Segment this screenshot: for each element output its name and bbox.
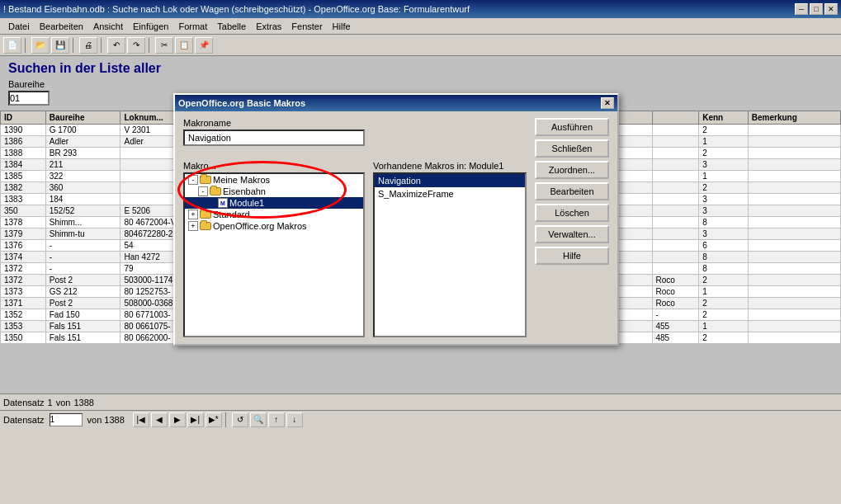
paste-button[interactable]: 📌 — [195, 37, 213, 54]
title-bar: ! Bestand Eisenbahn.odb : Suche nach Lok… — [0, 0, 841, 18]
toolbar-separator-3 — [101, 38, 104, 53]
von-label: von — [56, 398, 71, 407]
window-controls: ─ □ ✕ — [795, 3, 838, 15]
folder-icon-eisenbahn — [210, 187, 221, 195]
macro-dialog: OpenOffice.org Basic Makros ✕ Makroname … — [173, 93, 619, 346]
main-toolbar: 📄 📂 💾 🖨 ↶ ↷ ✂ 📋 📌 — [0, 35, 841, 56]
nav-next-button[interactable]: ▶ — [169, 412, 186, 427]
bearbeiten-button[interactable]: Bearbeiten — [535, 182, 609, 200]
tree-item-meine-makros[interactable]: - Meine Makros — [185, 174, 363, 186]
menu-einfuegen[interactable]: Einfügen — [128, 20, 173, 33]
menu-format[interactable]: Format — [173, 20, 212, 33]
tree-label-oo-makros: OpenOffice.org Makros — [213, 221, 307, 231]
open-button[interactable]: 📂 — [31, 37, 50, 54]
loeschen-button[interactable]: Löschen — [535, 204, 609, 222]
sort-desc-button[interactable]: ↓ — [286, 412, 303, 427]
ausfuehren-button[interactable]: Ausführen — [535, 118, 609, 136]
dialog-body: Makroname Ausführen Schließen Makro... — [175, 111, 617, 344]
tree-label-module1: Module1 — [229, 198, 264, 208]
tree-item-oo-makros[interactable]: + OpenOffice.org Makros — [185, 220, 363, 232]
save-button[interactable]: 💾 — [51, 37, 69, 54]
datensatz-value: 1 — [48, 398, 53, 407]
menu-fenster[interactable]: Fenster — [286, 20, 327, 33]
macro-item-navigation[interactable]: Navigation — [375, 174, 525, 187]
macro-item-s-maximizeframe[interactable]: S_MaximizeFrame — [375, 187, 525, 200]
tree-label-standard: Standard — [213, 210, 250, 219]
copy-button[interactable]: 📋 — [175, 37, 193, 54]
bottom-datensatz-input[interactable] — [50, 413, 83, 426]
search-button[interactable]: 🔍 — [250, 412, 267, 427]
minimize-button[interactable]: ─ — [795, 3, 808, 15]
baureihe-input[interactable] — [8, 91, 50, 106]
makroname-label: Makroname — [183, 118, 365, 128]
close-button[interactable]: ✕ — [824, 3, 838, 15]
verwalten-button[interactable]: Verwalten... — [535, 225, 609, 243]
menu-datei[interactable]: Datei — [3, 20, 35, 33]
undo-button[interactable]: ↶ — [107, 37, 125, 54]
new-button[interactable]: 📄 — [3, 37, 21, 54]
dialog-titlebar: OpenOffice.org Basic Makros ✕ — [175, 95, 617, 111]
tree-toggle-standard[interactable]: + — [188, 210, 198, 219]
form-title: Suchen in der Liste aller — [8, 61, 833, 76]
window-title: ! Bestand Eisenbahn.odb : Suche nach Lok… — [3, 4, 795, 14]
bottom-sep-1 — [225, 412, 229, 427]
tree-item-module1[interactable]: M Module1 — [185, 197, 363, 209]
baureihe-label: Baureihe — [8, 79, 45, 89]
col-kenn: Kenn — [699, 111, 749, 125]
toolbar-separator — [25, 38, 28, 53]
macro-tree[interactable]: - Meine Makros - Eisenbahn — [183, 172, 365, 337]
total-value: 1388 — [73, 398, 93, 407]
module-icon-module1: M — [218, 198, 228, 208]
bottom-toolbar: Datensatz von 1388 |◀ ◀ ▶ ▶| ▶* ↺ 🔍 ↑ ↓ — [0, 410, 841, 428]
menu-bearbeiten[interactable]: Bearbeiten — [35, 20, 88, 33]
hilfe-button[interactable]: Hilfe — [535, 247, 609, 265]
tree-toggle-meine-makros[interactable]: - — [188, 175, 198, 185]
redo-button[interactable]: ↷ — [127, 37, 145, 54]
schliessen-button[interactable]: Schließen — [535, 139, 609, 158]
menu-tabelle[interactable]: Tabelle — [212, 20, 251, 33]
folder-icon-standard — [200, 210, 211, 219]
toolbar-separator-2 — [73, 38, 76, 53]
menu-extras[interactable]: Extras — [251, 20, 286, 33]
toolbar-separator-4 — [149, 38, 152, 53]
folder-icon-meine-makros — [200, 176, 211, 184]
maximize-button[interactable]: □ — [810, 3, 823, 15]
tree-item-standard[interactable]: + Standard — [185, 209, 363, 220]
tree-toggle-eisenbahn[interactable]: - — [198, 186, 208, 196]
col-id: ID — [1, 111, 46, 125]
col-bemerkung: Bemerkung — [748, 111, 840, 125]
tree-item-eisenbahn[interactable]: - Eisenbahn — [185, 186, 363, 197]
macro-list[interactable]: Navigation S_MaximizeFrame — [373, 172, 527, 337]
menu-hilfe[interactable]: Hilfe — [328, 20, 356, 33]
bottom-von-label: von 1388 — [87, 415, 125, 425]
status-bar: Datensatz 1 von 1388 — [0, 393, 841, 410]
cut-button[interactable]: ✂ — [155, 37, 173, 54]
tree-toggle-oo-makros[interactable]: + — [188, 221, 198, 231]
nav-new-button[interactable]: ▶* — [206, 412, 222, 427]
makros-label: Makro... — [183, 161, 365, 171]
nav-last-button[interactable]: ▶| — [187, 412, 204, 427]
print-button[interactable]: 🖨 — [79, 37, 97, 54]
zuordnen-button[interactable]: Zuordnen... — [535, 161, 609, 179]
col-baureihe: Baureihe — [45, 111, 120, 125]
datensatz-label: Datensatz — [3, 398, 45, 407]
vorhandene-label: Vorhandene Makros in: Module1 — [373, 161, 527, 171]
tree-label-eisenbahn: Eisenbahn — [223, 186, 266, 196]
folder-icon-oo-makros — [200, 222, 211, 230]
dialog-title: OpenOffice.org Basic Makros — [178, 98, 601, 108]
menu-bar: Datei Bearbeiten Ansicht Einfügen Format… — [0, 18, 841, 35]
makroname-input[interactable] — [183, 130, 365, 146]
menu-ansicht[interactable]: Ansicht — [88, 20, 128, 33]
dialog-close-button[interactable]: ✕ — [601, 97, 614, 109]
bottom-datensatz-label: Datensatz — [3, 415, 45, 425]
tree-label-meine-makros: Meine Makros — [213, 175, 270, 185]
sort-asc-button[interactable]: ↑ — [268, 412, 285, 427]
col-extra5 — [652, 111, 699, 125]
nav-prev-button[interactable]: ◀ — [151, 412, 168, 427]
refresh-button[interactable]: ↺ — [232, 412, 248, 427]
nav-first-button[interactable]: |◀ — [133, 412, 149, 427]
